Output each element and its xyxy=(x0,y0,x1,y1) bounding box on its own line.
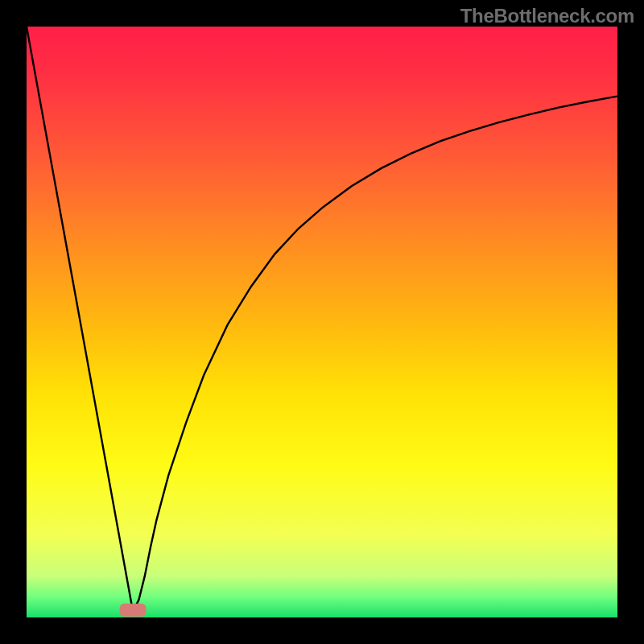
minimum-marker xyxy=(120,604,147,617)
chart-svg xyxy=(27,27,617,617)
watermark-text: TheBottleneck.com xyxy=(460,5,634,27)
chart-frame: TheBottleneck.com xyxy=(0,0,644,644)
plot-area xyxy=(27,27,617,617)
